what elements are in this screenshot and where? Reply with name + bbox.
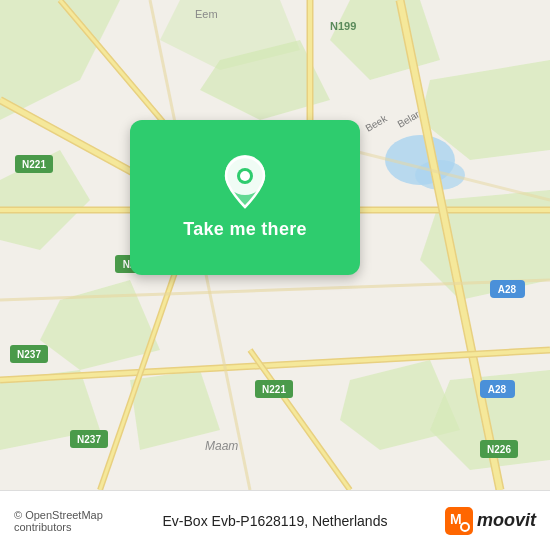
moovit-name: moovit <box>477 510 536 531</box>
take-me-there-button[interactable]: Take me there <box>130 120 360 275</box>
copyright-text: © OpenStreetMap contributors <box>14 509 140 533</box>
svg-text:A28: A28 <box>498 284 517 295</box>
take-me-there-label: Take me there <box>183 219 307 240</box>
svg-text:N237: N237 <box>77 434 101 445</box>
svg-text:A28: A28 <box>488 384 507 395</box>
svg-text:N199: N199 <box>330 20 356 32</box>
moovit-logo: M moovit <box>411 507 537 535</box>
map-container: Eem N199 N221 N221 N237 N237 N22 A28 A28… <box>0 0 550 490</box>
info-bar: © OpenStreetMap contributors Ev-Box Evb-… <box>0 490 550 550</box>
svg-text:M: M <box>450 511 462 527</box>
svg-text:Eem: Eem <box>195 8 218 20</box>
svg-point-59 <box>461 523 469 531</box>
svg-text:N226: N226 <box>487 444 511 455</box>
svg-text:N221: N221 <box>262 384 286 395</box>
svg-text:N221: N221 <box>22 159 46 170</box>
moovit-logo-icon: M <box>445 507 473 535</box>
svg-point-57 <box>240 171 250 181</box>
svg-text:Maam: Maam <box>205 439 238 453</box>
svg-text:N237: N237 <box>17 349 41 360</box>
location-info: Ev-Box Evb-P1628119, Netherlands <box>150 513 401 529</box>
location-pin-icon <box>223 155 267 209</box>
